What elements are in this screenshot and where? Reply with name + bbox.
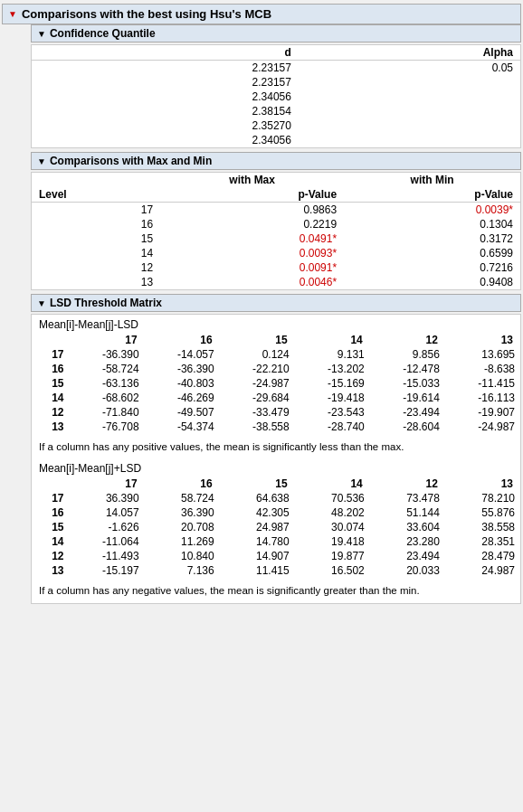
table-row: 15-1.62620.70824.98730.07433.60438.558 [32,520,520,534]
cq-d-cell: 2.34056 [32,133,299,147]
matrix-col-header: 13 [445,333,520,347]
comp-max-pval-cell: 0.2219 [160,217,344,231]
matrix-cell: 11.269 [145,534,220,549]
table-row: 17-36.390-14.0570.1249.1319.85613.695 [32,347,520,362]
matrix-cell: -71.840 [70,405,145,420]
lsd-note-plus: If a column has any negative values, the… [32,578,520,602]
comp-level-cell: 13 [32,275,160,289]
cq-table-header-row: d Alpha [32,45,520,61]
comp-table-body: 170.98630.0039*160.22190.1304150.0491*0.… [32,203,520,290]
matrix-col-header: 15 [220,477,295,491]
comp-level-cell: 15 [32,231,160,246]
matrix-corner [32,477,70,491]
matrix-row-label: 13 [32,563,70,578]
table-row: 1614.05736.39042.30548.20251.14455.876 [32,505,520,520]
matrix-cell: 42.305 [220,505,295,520]
comp-header-row1: with Max with Min [32,173,520,187]
matrix-row-label: 16 [32,505,70,520]
matrix-cell: 70.536 [295,491,370,505]
matrix-cell: -1.626 [70,520,145,534]
cq-alpha-cell [299,90,520,104]
lsd-plus-tbody: 1736.39058.72464.63870.53673.47878.21016… [32,491,520,578]
table-row: 150.0491*0.3172 [32,231,520,246]
table-row: 12-11.49310.84014.90719.87723.49428.479 [32,549,520,563]
matrix-row-label: 12 [32,549,70,563]
comparisons-table: with Max with Min Level p-Value p-Value … [32,173,520,289]
table-row: 2.231570.05 [32,61,520,76]
lsd-minus-table: 171615141213 17-36.390-14.0570.1249.1319… [32,333,520,434]
matrix-cell: 36.390 [70,491,145,505]
matrix-cell: 30.074 [295,520,370,534]
matrix-col-header: 15 [220,333,295,347]
cq-table-body: 2.231570.052.231572.340562.381542.352702… [32,61,520,148]
matrix-cell: 7.136 [145,563,220,578]
comp-col-level-label: Level [32,187,160,203]
comp-max-pval-cell: 0.0091* [160,260,344,275]
table-row: 170.98630.0039* [32,203,520,218]
cq-arrow-icon: ▼ [37,29,46,39]
cq-col-alpha: Alpha [299,45,520,61]
matrix-cell: 19.877 [295,549,370,563]
cq-d-cell: 2.23157 [32,61,299,76]
matrix-row-label: 14 [32,534,70,549]
lsd-plus-thead: 171615141213 [32,477,520,491]
confidence-quantile-content: d Alpha 2.231570.052.231572.340562.38154… [31,44,521,148]
main-header-title: Comparisons with the best using Hsu's MC… [22,7,271,21]
matrix-cell: 24.987 [220,520,295,534]
table-row: 2.38154 [32,104,520,118]
comparisons-section: ▼ Comparisons with Max and Min with Max … [16,152,521,290]
cq-d-cell: 2.23157 [32,75,299,90]
matrix-cell: 33.604 [370,520,445,534]
matrix-cell: -33.479 [220,405,295,420]
matrix-cell: 0.124 [220,347,295,362]
cq-d-cell: 2.38154 [32,104,299,118]
cq-alpha-cell [299,133,520,147]
table-row: 15-63.136-40.803-24.987-15.169-15.033-11… [32,376,520,391]
table-row: 2.34056 [32,90,520,104]
lsd-header[interactable]: ▼ LSD Threshold Matrix [31,294,521,312]
matrix-col-header: 14 [295,477,370,491]
matrix-cell: 48.202 [295,505,370,520]
comparisons-header[interactable]: ▼ Comparisons with Max and Min [31,152,521,170]
matrix-cell: -24.987 [220,376,295,391]
matrix-cell: 9.131 [295,347,370,362]
main-section-header[interactable]: ▼ Comparisons with the best using Hsu's … [2,4,521,24]
matrix-cell: 9.856 [370,347,445,362]
matrix-cell: -11.415 [445,376,520,391]
matrix-cell: -19.614 [370,391,445,405]
table-row: 2.35270 [32,118,520,133]
matrix-cell: 58.724 [145,491,220,505]
matrix-cell: -36.390 [70,347,145,362]
comp-min-pval-cell: 0.3172 [344,231,520,246]
matrix-cell: 55.876 [445,505,520,520]
matrix-row-label: 15 [32,520,70,534]
lsd-title: LSD Threshold Matrix [50,297,162,309]
matrix-cell: -11.493 [70,549,145,563]
matrix-cell: -76.708 [70,420,145,434]
matrix-cell: 64.638 [220,491,295,505]
lsd-arrow-icon: ▼ [37,298,46,308]
matrix-col-header: 12 [370,333,445,347]
matrix-cell: -15.169 [295,376,370,391]
confidence-quantile-header[interactable]: ▼ Confidence Quantile [31,24,521,42]
matrix-cell: 20.708 [145,520,220,534]
matrix-cell: -8.638 [445,362,520,376]
comp-col-max-pval: p-Value [160,187,344,203]
lsd-note-minus: If a column has any positive values, the… [32,434,520,458]
table-row: 2.23157 [32,75,520,90]
table-row: 12-71.840-49.507-33.479-23.543-23.494-19… [32,405,520,420]
matrix-cell: -24.987 [445,420,520,434]
table-row: 140.0093*0.6599 [32,246,520,260]
lsd-minus-tbody: 17-36.390-14.0570.1249.1319.85613.69516-… [32,347,520,434]
matrix-cell: 24.987 [445,563,520,578]
confidence-quantile-table: d Alpha 2.231570.052.231572.340562.38154… [32,45,520,147]
matrix-col-header: 17 [70,333,145,347]
comparisons-title: Comparisons with Max and Min [50,155,212,167]
matrix-cell: -54.374 [145,420,220,434]
comp-min-pval-cell: 0.9408 [344,275,520,289]
cq-alpha-cell [299,104,520,118]
matrix-row-label: 16 [32,362,70,376]
table-row: 160.22190.1304 [32,217,520,231]
matrix-cell: 19.418 [295,534,370,549]
lsd-minus-thead: 171615141213 [32,333,520,347]
